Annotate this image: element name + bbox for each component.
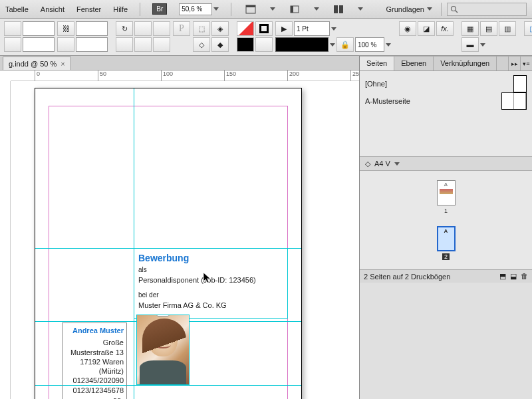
svg-rect-5	[339, 5, 343, 13]
chevron-down-icon[interactable]	[480, 43, 485, 47]
menu-fenster[interactable]: Fenster	[76, 5, 101, 13]
text-frame-headline[interactable]: Bewerbung als Personaldisponent (Job-ID:…	[134, 248, 288, 319]
address-frame[interactable]: Andrea Muster Große Musterstraße 13 1719…	[62, 323, 127, 399]
select-content-icon[interactable]: ◈	[211, 21, 229, 36]
pages-panel-footer: 2 Seiten auf 2 Druckbögen ⬒ ⬓ 🗑	[360, 269, 532, 283]
collapse-icon[interactable]: ▸▸	[508, 57, 520, 70]
pages-thumbnails: A 1 A 2	[360, 171, 532, 269]
panel-menu-icon[interactable]: ▾≡	[520, 57, 532, 70]
chevron-down-icon[interactable]	[213, 7, 219, 11]
scale-x-icon[interactable]: ↻	[116, 21, 133, 36]
w-field[interactable]	[76, 21, 108, 36]
rotate-tool-icon[interactable]	[153, 21, 170, 36]
master-a[interactable]: A-Musterseite	[365, 92, 527, 110]
tab-seiten[interactable]: Seiten	[360, 57, 394, 70]
align-button[interactable]	[4, 37, 21, 52]
wrap-none-icon[interactable]: ▦	[462, 21, 479, 36]
page-thumb-1[interactable]: A 1	[437, 180, 456, 214]
menu-hilfe[interactable]: Hilfe	[113, 5, 128, 13]
canvas[interactable]: Bewerbung als Personaldisponent (Job-ID:…	[11, 81, 359, 399]
select-prev-icon[interactable]: ◇	[193, 37, 210, 52]
svg-point-6	[452, 6, 456, 11]
master-thumb-spread	[501, 92, 527, 110]
chevron-down-icon[interactable]	[331, 27, 336, 31]
constrain-icon[interactable]	[57, 37, 74, 52]
ruler-tick: 0	[35, 70, 40, 81]
close-icon[interactable]: ×	[61, 60, 65, 68]
x-field[interactable]	[23, 21, 55, 36]
y-field[interactable]	[23, 37, 55, 52]
flip-h-icon[interactable]	[134, 37, 152, 52]
link-wh-icon[interactable]: ⛓	[57, 21, 74, 36]
column-guide[interactable]	[134, 88, 134, 399]
addr-line: 17192 Waren (Müritz)	[65, 357, 124, 376]
addr-line: 0123/12345678	[65, 386, 124, 395]
applicant-name: Andrea Muster	[65, 326, 124, 335]
chevron-down-icon[interactable]	[270, 7, 275, 11]
wrap-bounding-icon[interactable]: ▤	[480, 21, 497, 36]
arrange-icon[interactable]	[331, 3, 346, 16]
stroke-style[interactable]	[275, 37, 329, 52]
search-field[interactable]	[447, 3, 527, 16]
horizontal-ruler[interactable]: 0 50 100 150 200 250	[11, 70, 359, 81]
workspace: 0 50 100 150 200 250 Bewerbung als Perso…	[0, 70, 359, 399]
document-tab[interactable]: g.indd @ 50 % ×	[3, 57, 71, 70]
stroke-swatch[interactable]	[255, 21, 273, 36]
wrap-shape-icon[interactable]: ▥	[499, 21, 516, 36]
ruler-tick: 50	[98, 70, 106, 81]
edit-page-icon[interactable]: ⬒	[499, 272, 506, 281]
panel-dock: Seiten Ebenen Verknüpfungen ▸▸▾≡ [Ohne] …	[359, 56, 532, 399]
page-size-label: A4 V	[374, 160, 390, 168]
drop-shadow-icon[interactable]: ◪	[418, 21, 435, 36]
tab-verknuepfungen[interactable]: Verknüpfungen	[434, 57, 497, 70]
scale-tool-icon[interactable]	[134, 21, 152, 36]
select-container-icon[interactable]: ⬚	[193, 21, 210, 36]
link-badge-icon: ⬘⬗	[156, 315, 170, 317]
ruler-tick: 100	[161, 70, 173, 81]
workspace-switcher[interactable]: Grundlagen	[383, 3, 436, 15]
chevron-down-icon	[427, 7, 432, 11]
stroke-weight[interactable]	[294, 21, 330, 36]
master-none[interactable]: [Ohne]	[365, 75, 527, 92]
addr-line: 012345/202090	[65, 376, 124, 385]
headline-text: Bewerbung	[138, 251, 283, 265]
page-spread[interactable]: Bewerbung als Personaldisponent (Job-ID:…	[35, 88, 302, 399]
flip-v-icon[interactable]	[153, 37, 170, 52]
fill-color[interactable]	[237, 37, 254, 52]
paragraph-style-icon[interactable]: P	[173, 21, 190, 36]
new-page-icon[interactable]: ⬓	[510, 272, 517, 281]
fx-icon[interactable]: fx.	[436, 21, 454, 36]
page-thumb-2[interactable]: A 2	[437, 226, 456, 260]
ruler-tick: 150	[224, 70, 236, 81]
screen-mode-icon[interactable]	[287, 3, 302, 16]
chevron-down-icon[interactable]	[394, 162, 400, 166]
bridge-button[interactable]: Br	[152, 3, 167, 15]
menu-ansicht[interactable]: Ansicht	[41, 5, 65, 13]
zoom-level[interactable]	[179, 3, 219, 15]
photo-frame[interactable]: ⬘⬗	[136, 315, 190, 385]
scale-pct[interactable]	[355, 37, 384, 52]
view-options-icon[interactable]	[243, 3, 258, 16]
align-button[interactable]	[4, 21, 21, 36]
frame-fitting-icon[interactable]: ◫	[524, 21, 532, 36]
shear-icon[interactable]	[116, 37, 133, 52]
arrow-icon[interactable]: ▶	[275, 21, 293, 36]
chevron-down-icon[interactable]	[314, 7, 319, 11]
effects-icon[interactable]: ◉	[399, 21, 416, 36]
delete-page-icon[interactable]: 🗑	[521, 272, 528, 281]
select-next-icon[interactable]: ◆	[211, 37, 229, 52]
fill-swatch[interactable]	[237, 21, 254, 36]
chevron-down-icon[interactable]	[330, 43, 335, 47]
chevron-down-icon[interactable]	[358, 7, 363, 11]
h-field[interactable]	[76, 37, 108, 52]
menu-tabelle[interactable]: Tabelle	[5, 5, 29, 13]
chevron-down-icon[interactable]	[386, 43, 391, 47]
apply-none-icon[interactable]	[255, 37, 273, 52]
tab-ebenen[interactable]: Ebenen	[394, 57, 434, 70]
wrap-jump-icon[interactable]: ▬	[462, 37, 479, 52]
pages-section-header[interactable]: ◇A4 V	[360, 156, 532, 171]
tab-title: g.indd @ 50 %	[9, 60, 57, 68]
vertical-ruler[interactable]	[0, 81, 11, 399]
lock-icon[interactable]: 🔒	[336, 37, 354, 52]
zoom-input[interactable]	[179, 3, 212, 15]
